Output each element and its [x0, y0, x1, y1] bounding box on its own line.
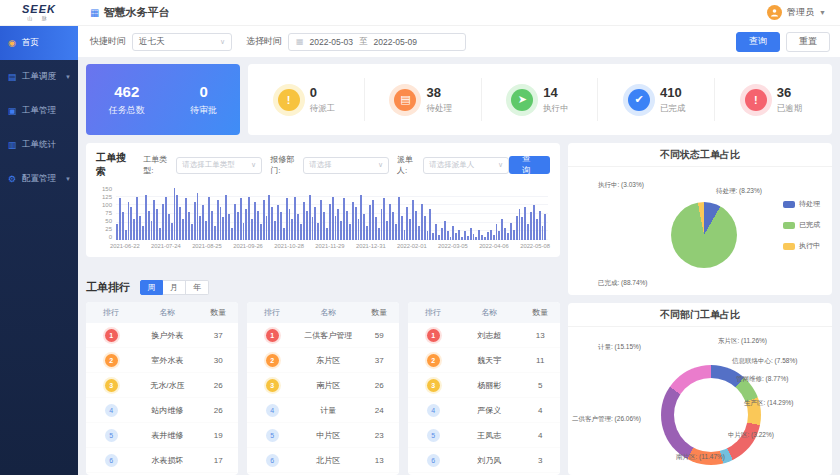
quick-time-value: 近七天 [139, 36, 165, 48]
bar [493, 235, 495, 240]
bar [194, 202, 196, 240]
bar [418, 226, 420, 240]
bar [271, 207, 273, 240]
legend-item[interactable]: 已完成 [783, 220, 820, 230]
bar [412, 200, 414, 240]
bar [372, 200, 374, 240]
name-cell: 中片区 [297, 430, 359, 441]
date-range-picker[interactable]: ▦ 2022-05-03 至 2022-05-09 [288, 33, 466, 51]
reset-button[interactable]: 重置 [786, 32, 830, 52]
user-menu[interactable]: 管理员 ▼ [767, 5, 826, 20]
name-cell: 计量 [297, 405, 359, 416]
donut-hole [674, 378, 748, 452]
sidebar-item-4[interactable]: ⚙配置管理▼ [0, 162, 78, 196]
bar [536, 219, 538, 240]
bar [176, 195, 178, 240]
bar [257, 211, 259, 240]
bar [211, 211, 213, 240]
pie-slice-label: 东片区: (11.26%) [718, 337, 767, 346]
table-row: 2魏天宇11 [408, 348, 560, 373]
tab-月[interactable]: 月 [163, 280, 186, 295]
chevron-down-icon: ∨ [251, 161, 256, 169]
bar [128, 202, 130, 240]
bar [291, 219, 293, 240]
table-row: 6水表损坏17 [86, 448, 238, 473]
rank-badge: 6 [427, 454, 440, 467]
table-row: 5表井维修19 [86, 423, 238, 448]
qty-cell: 30 [198, 356, 238, 365]
bar [481, 235, 483, 240]
qty-cell: 26 [198, 381, 238, 390]
rank-cell: 6 [86, 454, 136, 467]
bar [389, 204, 391, 240]
table-row: 3杨丽彬5 [408, 373, 560, 398]
legend-item[interactable]: 待处理 [783, 199, 820, 209]
tab-周[interactable]: 周 [140, 280, 163, 295]
name-cell: 二供客户管理 [297, 330, 359, 341]
sidebar-item-3[interactable]: ▥工单统计 [0, 128, 78, 162]
bar [490, 230, 492, 240]
pie-slice-label: 计量: (15.15%) [598, 343, 641, 352]
bar [205, 221, 207, 240]
dispatcher-select[interactable]: 请选择派单人 ∨ [423, 157, 509, 174]
bar [398, 197, 400, 240]
bar [513, 230, 515, 240]
name-cell: 水表损坏 [136, 455, 198, 466]
rank-cell: 5 [86, 429, 136, 442]
app-title-text: 智慧水务平台 [103, 5, 169, 20]
sidebar-item-label: 工单统计 [22, 139, 56, 151]
y-tick-label: 100 [102, 202, 112, 208]
rank-cell: 1 [247, 329, 297, 342]
x-tick-label: 2021-07-24 [151, 243, 181, 249]
table-row: 4严保义4 [408, 398, 560, 423]
bar [498, 231, 500, 240]
bar [395, 224, 397, 240]
col-header-rank: 排行 [408, 307, 458, 318]
bar [156, 209, 158, 240]
bar [539, 211, 541, 240]
order-type-select[interactable]: 请选择工单类型 ∨ [176, 157, 262, 174]
bar [151, 221, 153, 240]
sidebar-item-0[interactable]: ◉首页 [0, 26, 78, 60]
qty-cell: 26 [359, 381, 399, 390]
rank-badge: 4 [427, 404, 440, 417]
task-summary-card: 462 任务总数 0 待审批 [86, 64, 240, 135]
shield-check-icon: ✔ [628, 89, 650, 111]
ranking-table-1: 排行名称数量1二供客户管理592东片区373南片区264计量245中片区236北… [247, 302, 399, 475]
avatar[interactable] [767, 5, 782, 20]
quick-time-select[interactable]: 近七天 ∨ [132, 33, 232, 51]
qty-cell: 26 [198, 406, 238, 415]
bar [133, 219, 135, 240]
bar [401, 216, 403, 240]
bar [136, 197, 138, 240]
sidebar-item-2[interactable]: ▣工单管理 [0, 94, 78, 128]
warning-icon: ! [278, 89, 300, 111]
table-header: 排行名称数量 [408, 302, 560, 323]
tab-年[interactable]: 年 [186, 280, 209, 295]
stat-已完成: ✔410已完成 [598, 64, 715, 135]
bar [343, 198, 345, 240]
qty-cell: 37 [198, 331, 238, 340]
bar [191, 224, 193, 240]
search-button[interactable]: 查询 [736, 32, 780, 52]
bar [427, 231, 429, 240]
name-cell: 室外水表 [136, 355, 198, 366]
legend-item[interactable]: 执行中 [783, 241, 820, 251]
x-tick-label: 2022-04-06 [479, 243, 509, 249]
sidebar-item-label: 首页 [22, 37, 39, 49]
top-header: SEEK 山 脉 ▦ 智慧水务平台 管理员 ▼ [0, 0, 840, 26]
bar [441, 228, 443, 240]
bar [159, 228, 161, 240]
bar [294, 197, 296, 240]
quick-time-label: 快捷时间 [90, 35, 126, 48]
repair-dept-select[interactable]: 请选择 ∨ [303, 157, 389, 174]
bar [544, 214, 546, 240]
stat-label: 待派工 [310, 103, 336, 115]
send-icon: ➤ [511, 89, 533, 111]
work-search-button[interactable]: 查询 [509, 156, 550, 174]
name-cell: 南片区 [297, 380, 359, 391]
sidebar-item-1[interactable]: ▤工单调度▼ [0, 60, 78, 94]
bar [231, 228, 233, 240]
bar [358, 219, 360, 240]
stat-执行中: ➤14执行中 [482, 64, 599, 135]
